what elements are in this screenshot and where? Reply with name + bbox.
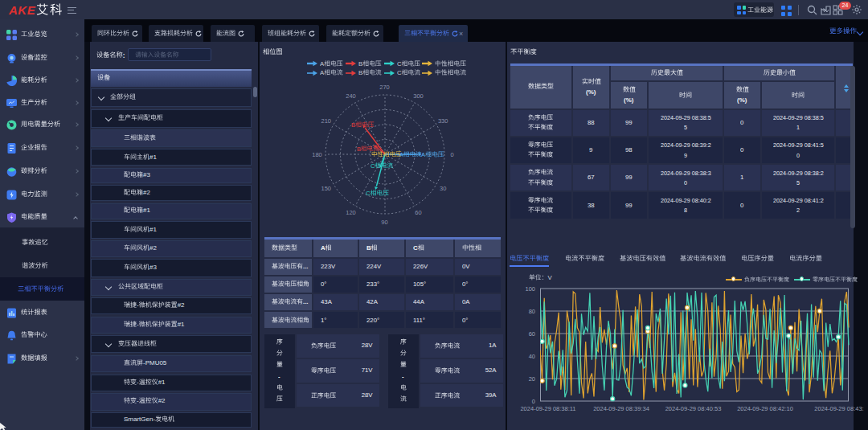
svg-text:A: A (320, 60, 325, 68)
svg-text:1: 1 (796, 124, 800, 131)
svg-text:B: B (366, 244, 371, 252)
svg-text:(%): (%) (624, 96, 634, 104)
svg-text:5: 5 (684, 124, 687, 131)
svg-text::: : (123, 52, 125, 59)
svg-text:B: B (358, 60, 362, 68)
svg-text:67: 67 (588, 174, 595, 182)
svg-text:42A: 42A (366, 299, 379, 306)
svg-text:223V: 223V (321, 263, 336, 270)
svg-text:(%): (%) (737, 96, 747, 104)
svg-text:99: 99 (625, 174, 633, 182)
svg-text:#2: #2 (158, 398, 166, 405)
svg-text:1°: 1° (321, 317, 326, 324)
svg-text:0°: 0° (462, 281, 468, 288)
svg-text:2024-09-29 08:38:5: 2024-09-29 08:38:5 (661, 114, 711, 121)
svg-text:#3: #3 (143, 171, 150, 178)
svg-text:98: 98 (625, 146, 633, 154)
svg-text:43A: 43A (321, 299, 333, 306)
svg-text:2: 2 (796, 207, 800, 214)
svg-text:111°: 111° (413, 317, 425, 324)
svg-text:2024-09-29 08:38:5: 2024-09-29 08:38:5 (773, 114, 824, 121)
svg-text:(%): (%) (586, 88, 596, 96)
svg-text:-: - (137, 398, 139, 405)
svg-text:5: 5 (796, 179, 800, 186)
svg-text:-: - (137, 302, 139, 309)
svg-text:-: - (278, 373, 280, 380)
svg-text:C: C (397, 69, 402, 76)
svg-text:0: 0 (684, 179, 687, 186)
svg-text:V: V (547, 274, 552, 281)
svg-text:224V: 224V (366, 263, 382, 270)
svg-text:C: C (397, 60, 402, 68)
svg-text:A: A (399, 151, 403, 158)
svg-text:B: B (351, 121, 355, 129)
svg-text:#2: #2 (149, 245, 157, 252)
svg-text:0: 0 (740, 146, 744, 154)
svg-text:105°: 105° (413, 281, 426, 288)
svg-text:0V: 0V (462, 263, 470, 270)
svg-text:8: 8 (684, 207, 687, 214)
svg-text:2024-09-29 08:40:2: 2024-09-29 08:40:2 (661, 197, 711, 204)
svg-text:220°: 220° (366, 317, 379, 324)
svg-text:233°: 233° (366, 281, 379, 288)
svg-text:B: B (357, 145, 361, 153)
svg-text:2024-09-29 08:39:2: 2024-09-29 08:39:2 (661, 141, 711, 149)
svg-text:A: A (321, 244, 326, 252)
svg-text:99: 99 (625, 119, 633, 126)
svg-text:1: 1 (740, 174, 743, 182)
svg-text:9: 9 (589, 146, 592, 154)
svg-text:#2: #2 (143, 189, 150, 196)
svg-text:...: ... (302, 299, 308, 306)
svg-text:2024-09-29 08:41:2: 2024-09-29 08:41:2 (773, 197, 824, 204)
svg-text:0: 0 (796, 152, 800, 159)
svg-text:...: ... (302, 263, 308, 270)
svg-text:88: 88 (588, 119, 595, 126)
svg-text:0°: 0° (462, 317, 468, 324)
svg-text:-: - (402, 373, 404, 380)
svg-text:0: 0 (740, 202, 744, 209)
svg-text:B: B (358, 69, 362, 76)
svg-text:#2: #2 (178, 302, 185, 309)
svg-text:-PMU05: -PMU05 (143, 359, 167, 367)
svg-text:SmartGen-: SmartGen- (124, 416, 155, 424)
svg-text:2024-09-29 08:38:2: 2024-09-29 08:38:2 (773, 170, 824, 177)
svg-text:-: - (137, 379, 139, 386)
svg-text:0: 0 (740, 119, 744, 126)
svg-text:C: C (413, 244, 418, 252)
svg-text:9: 9 (684, 152, 687, 159)
svg-text:0A: 0A (462, 299, 470, 306)
svg-text:#1: #1 (158, 379, 166, 386)
svg-text:2024-09-29 08:41:5: 2024-09-29 08:41:5 (773, 141, 824, 149)
svg-text:#1: #1 (143, 207, 150, 215)
svg-text:C: C (371, 162, 375, 170)
svg-text:0°: 0° (321, 281, 326, 288)
svg-text:#3: #3 (149, 264, 157, 272)
svg-text:226V: 226V (413, 263, 428, 270)
svg-text:-: - (137, 321, 139, 328)
svg-text:#1: #1 (149, 154, 157, 161)
svg-text:A: A (320, 69, 325, 76)
svg-text:C: C (366, 190, 371, 197)
svg-text:2024-09-29 08:38:3: 2024-09-29 08:38:3 (661, 170, 711, 177)
svg-text:44A: 44A (413, 299, 425, 306)
svg-text:38: 38 (588, 202, 595, 209)
svg-text:#1: #1 (178, 321, 185, 328)
svg-text:#1: #1 (149, 226, 157, 233)
svg-text:99: 99 (625, 202, 633, 209)
